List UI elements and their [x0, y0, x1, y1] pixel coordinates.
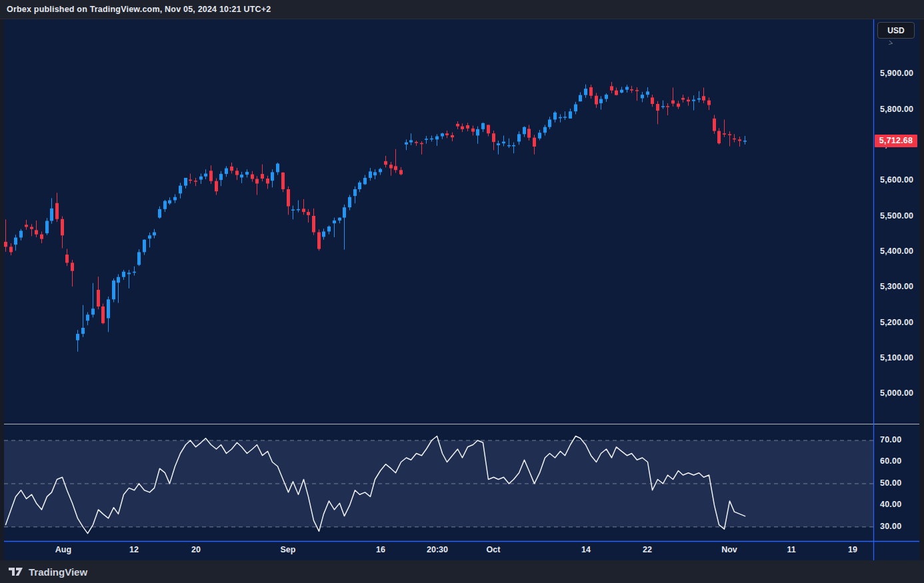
header-bar: Orbex published on TradingView.com, Nov … — [0, 0, 924, 19]
time-axis-label: 20 — [191, 545, 201, 554]
candlestick-series — [4, 82, 747, 352]
time-axis[interactable]: Aug1220Sep1620:30Oct1422Nov1119 — [0, 541, 924, 560]
rsi-axis-label: 60.00 — [880, 456, 901, 466]
left-margin — [0, 19, 4, 560]
time-axis-label: Sep — [281, 545, 296, 554]
price-axis-label: 5,800.00 — [880, 105, 913, 114]
time-axis-label: 14 — [581, 545, 591, 554]
price-axis-label: 5,100.00 — [880, 353, 913, 362]
chart-canvas[interactable] — [0, 19, 924, 560]
chart-plot[interactable] — [0, 19, 924, 560]
price-axis[interactable]: USD 5,712.68 5,900.005,800.005,700.005,6… — [874, 19, 919, 541]
price-axis-label: 5,200.00 — [880, 318, 913, 327]
axis-adjust-caret-icon — [886, 41, 893, 45]
tradingview-published-chart: Orbex published on TradingView.com, Nov … — [0, 0, 924, 583]
tradingview-brand[interactable]: TradingView — [29, 566, 87, 578]
right-margin — [919, 19, 924, 560]
rsi-axis-label: 50.00 — [880, 478, 901, 488]
price-axis-label: 5,300.00 — [880, 282, 913, 291]
time-axis-label: 22 — [643, 545, 652, 554]
time-axis-label: 11 — [787, 545, 795, 554]
time-axis-label: Nov — [721, 545, 737, 554]
tradingview-logo-icon[interactable] — [9, 566, 23, 577]
currency-usd-button[interactable]: USD — [877, 22, 915, 39]
time-axis-label: 19 — [848, 545, 857, 554]
time-axis-label: Oct — [487, 545, 501, 554]
price-axis-label: 5,400.00 — [880, 247, 913, 256]
price-axis-label: 5,600.00 — [880, 175, 913, 185]
time-axis-label: 20:30 — [427, 545, 448, 554]
rsi-axis-label: 40.00 — [880, 500, 901, 509]
rsi-axis-label: 70.00 — [880, 435, 901, 444]
last-price-badge: 5,712.68 — [875, 135, 917, 147]
price-axis-label: 5,000.00 — [880, 388, 913, 398]
time-axis-label: 16 — [376, 545, 385, 554]
time-axis-label: Aug — [55, 545, 71, 554]
publish-title: Orbex published on TradingView.com, Nov … — [7, 5, 271, 14]
footer-bar: TradingView — [0, 560, 924, 583]
price-axis-label: 5,900.00 — [880, 69, 913, 78]
time-axis-label: 12 — [129, 545, 139, 554]
price-axis-label: 5,500.00 — [880, 211, 913, 221]
rsi-axis-label: 30.00 — [880, 522, 901, 531]
